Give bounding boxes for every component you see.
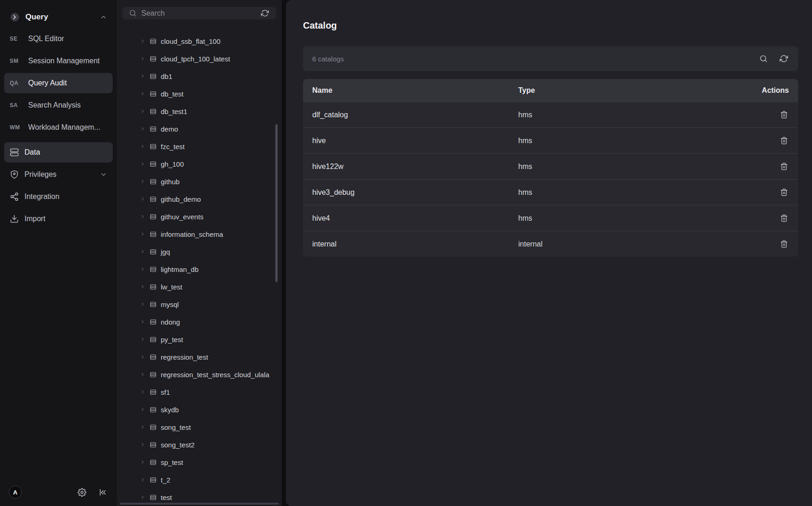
- database-tree-item[interactable]: lightman_db: [117, 260, 282, 278]
- chevron-right-icon[interactable]: [140, 56, 145, 61]
- table-row[interactable]: hive4 hms: [303, 205, 798, 231]
- chevron-right-icon[interactable]: [140, 389, 145, 395]
- chevron-right-icon[interactable]: [140, 108, 145, 114]
- delete-catalog-button[interactable]: [779, 136, 789, 145]
- database-tree-item[interactable]: gh_100: [117, 155, 282, 173]
- database-tree-item[interactable]: song_test2: [117, 436, 282, 453]
- chevron-right-icon[interactable]: [140, 38, 145, 44]
- chevron-right-icon[interactable]: [140, 91, 145, 96]
- refresh-databases-button[interactable]: [260, 8, 270, 18]
- search-icon: [129, 9, 137, 17]
- delete-catalog-button[interactable]: [779, 213, 789, 223]
- delete-catalog-button[interactable]: [779, 239, 789, 249]
- database-tree-item[interactable]: db_test1: [117, 102, 282, 120]
- database-tree-item[interactable]: py_test: [117, 331, 282, 348]
- horizontal-scrollbar[interactable]: [120, 503, 279, 505]
- sidebar-item-session-management[interactable]: SM Session Management: [4, 51, 113, 71]
- chevron-right-icon[interactable]: [140, 231, 145, 237]
- database-tree-item[interactable]: fzc_test: [117, 138, 282, 155]
- chevron-right-icon[interactable]: [140, 424, 145, 430]
- sidebar-item-integration[interactable]: Integration: [4, 187, 113, 207]
- database-tree-item[interactable]: ndong: [117, 313, 282, 331]
- collapse-sidebar-icon: [98, 488, 107, 497]
- database-tree-item[interactable]: information_schema: [117, 225, 282, 243]
- chevron-right-icon[interactable]: [140, 337, 145, 342]
- vertical-scrollbar[interactable]: [275, 124, 278, 282]
- table-row[interactable]: internal internal: [303, 231, 798, 257]
- database-tree-item[interactable]: cloud_tpch_100_latest: [117, 50, 282, 67]
- table-icon: [150, 354, 157, 361]
- database-tree-item[interactable]: regression_test: [117, 348, 282, 366]
- avatar[interactable]: A: [9, 486, 22, 499]
- database-tree-item[interactable]: sf1: [117, 383, 282, 401]
- chevron-right-icon[interactable]: [140, 354, 145, 360]
- chevron-right-icon[interactable]: [140, 442, 145, 447]
- search-catalogs-button[interactable]: [758, 54, 769, 64]
- sidebar-item-data[interactable]: Data: [4, 142, 113, 163]
- refresh-catalogs-button[interactable]: [779, 54, 789, 64]
- chevron-right-icon[interactable]: [140, 459, 145, 465]
- chevron-right-icon[interactable]: [140, 494, 145, 500]
- database-name: information_schema: [161, 230, 223, 238]
- sidebar-item-label: Session Management: [28, 57, 100, 65]
- catalog-name: hive3_debug: [303, 188, 518, 197]
- table-icon: [150, 161, 157, 168]
- chevron-right-icon[interactable]: [140, 249, 145, 254]
- chevron-right-icon[interactable]: [140, 266, 145, 272]
- chevron-right-icon[interactable]: [140, 196, 145, 202]
- database-tree-item[interactable]: cloud_ssb_flat_100: [117, 32, 282, 50]
- database-name: regression_test_stress_cloud_ulala: [161, 371, 269, 379]
- chevron-right-icon[interactable]: [140, 214, 145, 219]
- chevron-right-icon[interactable]: [140, 179, 145, 184]
- sidebar-item-workload-management[interactable]: WM Workload Managem...: [4, 117, 113, 138]
- database-tree-item[interactable]: lw_test: [117, 278, 282, 295]
- database-tree-item[interactable]: jgq: [117, 243, 282, 260]
- delete-catalog-button[interactable]: [779, 162, 789, 171]
- delete-catalog-button[interactable]: [779, 187, 789, 197]
- collapse-sidebar-button[interactable]: [97, 487, 108, 498]
- database-tree-item[interactable]: githuv_events: [117, 208, 282, 225]
- database-tree-item[interactable]: demo: [117, 120, 282, 138]
- sidebar-item-import[interactable]: Import: [4, 209, 113, 229]
- table-row[interactable]: hive hms: [303, 127, 798, 153]
- chevron-right-icon[interactable]: [140, 161, 145, 167]
- database-name: lw_test: [161, 283, 182, 291]
- database-tree-item[interactable]: regression_test_stress_cloud_ulala: [117, 366, 282, 383]
- trash-icon: [780, 163, 788, 170]
- chevron-right-icon[interactable]: [140, 126, 145, 132]
- chevron-right-icon[interactable]: [140, 407, 145, 412]
- chevron-right-icon[interactable]: [140, 301, 145, 307]
- database-tree-item[interactable]: db1: [117, 67, 282, 85]
- search-icon: [759, 54, 768, 63]
- catalog-search-input[interactable]: [312, 55, 748, 63]
- chevron-right-icon[interactable]: [140, 144, 145, 149]
- sidebar-item-query-audit[interactable]: QA Query Audit: [4, 73, 113, 93]
- database-tree-item[interactable]: mysql: [117, 295, 282, 313]
- database-tree-item[interactable]: db_test: [117, 85, 282, 102]
- chevron-right-icon[interactable]: [140, 73, 145, 79]
- table-row[interactable]: hive3_debug hms: [303, 179, 798, 205]
- database-tree-item[interactable]: github_demo: [117, 190, 282, 208]
- database-tree-item[interactable]: t_2: [117, 471, 282, 488]
- settings-button[interactable]: [77, 487, 87, 498]
- sidebar-group-query[interactable]: Query: [4, 6, 113, 28]
- chevron-right-icon[interactable]: [140, 319, 145, 325]
- database-tree-item[interactable]: song_test: [117, 418, 282, 436]
- database-search-input[interactable]: [141, 9, 255, 18]
- table-row[interactable]: hive122w hms: [303, 153, 798, 179]
- chevron-right-icon[interactable]: [140, 372, 145, 377]
- delete-catalog-button[interactable]: [779, 110, 789, 120]
- database-tree-item[interactable]: sp_test: [117, 453, 282, 471]
- sidebar-item-sql-editor[interactable]: SE SQL Editor: [4, 29, 113, 49]
- session-management-prefix: SM: [10, 58, 23, 64]
- chevron-right-icon[interactable]: [140, 477, 145, 482]
- database-name: db_test: [161, 90, 183, 98]
- table-row[interactable]: dlf_catalog hms: [303, 102, 798, 127]
- database-tree-item[interactable]: github: [117, 173, 282, 190]
- chevron-right-icon[interactable]: [140, 284, 145, 289]
- sidebar-item-privileges[interactable]: Privileges: [4, 164, 113, 185]
- database-tree-item[interactable]: skydb: [117, 401, 282, 418]
- trash-icon: [780, 240, 788, 248]
- trash-icon: [780, 188, 788, 196]
- sidebar-item-search-analysis[interactable]: SA Search Analysis: [4, 95, 113, 115]
